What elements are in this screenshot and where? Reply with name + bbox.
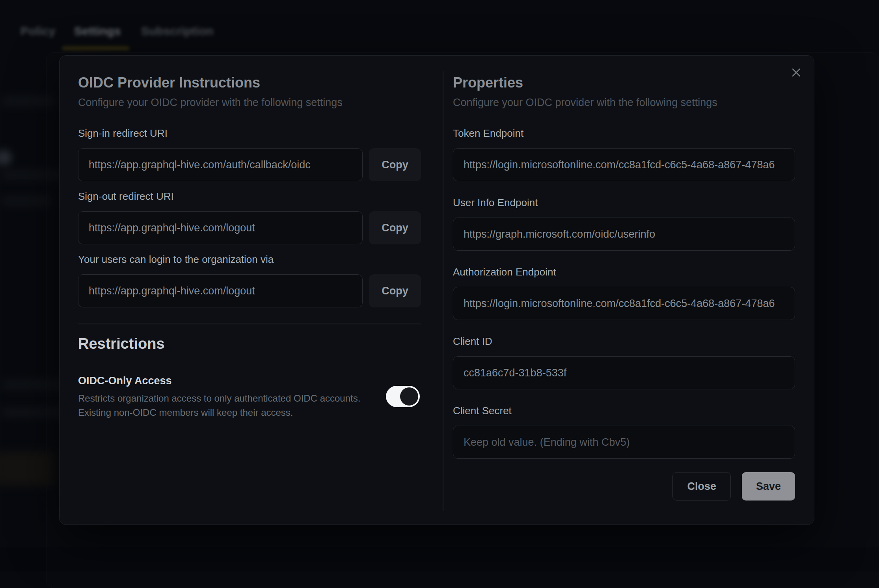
properties-title: Properties [453,74,523,91]
oidc-only-access-description: Existing non-OIDC members will keep thei… [78,406,293,420]
instructions-title: OIDC Provider Instructions [78,74,260,91]
oidc-only-access-description: Restricts organization access to only au… [78,391,360,406]
signout-redirect-uri-label: Sign-out redirect URI [78,190,174,203]
token-endpoint-input[interactable] [453,148,795,181]
signin-redirect-uri-input[interactable] [78,148,363,181]
org-login-uri-input[interactable] [78,274,363,307]
client-id-input[interactable] [453,356,795,389]
oidc-only-access-toggle[interactable] [386,386,420,407]
oidc-only-access-label: OIDC-Only Access [78,375,172,387]
toggle-thumb [400,387,418,406]
oidc-settings-modal: OIDC Provider Instructions Configure you… [59,55,814,525]
org-login-uri-label: Your users can login to the organization… [78,253,274,266]
copy-signout-uri-button[interactable]: Copy [369,211,421,244]
authorization-endpoint-input[interactable] [453,287,795,320]
modal-actions: Close Save [453,472,795,501]
copy-org-login-uri-button[interactable]: Copy [369,274,421,307]
signout-redirect-uri-input[interactable] [78,211,363,244]
authorization-endpoint-label: Authorization Endpoint [453,266,556,278]
userinfo-endpoint-input[interactable] [453,218,795,251]
save-button[interactable]: Save [742,472,795,501]
column-divider [443,71,443,511]
instructions-subtitle: Configure your OIDC provider with the fo… [78,97,343,109]
close-modal-button[interactable] [788,65,804,81]
restrictions-divider [78,324,421,324]
client-id-label: Client ID [453,335,492,348]
copy-signin-uri-button[interactable]: Copy [369,148,421,181]
userinfo-endpoint-label: User Info Endpoint [453,197,538,209]
client-secret-input[interactable] [453,426,795,459]
properties-subtitle: Configure your OIDC provider with the fo… [453,97,717,109]
signin-redirect-uri-label: Sign-in redirect URI [78,127,168,140]
close-icon [790,67,802,80]
token-endpoint-label: Token Endpoint [453,127,523,140]
restrictions-heading: Restrictions [78,335,165,352]
close-button[interactable]: Close [672,472,731,501]
client-secret-label: Client Secret [453,405,512,417]
